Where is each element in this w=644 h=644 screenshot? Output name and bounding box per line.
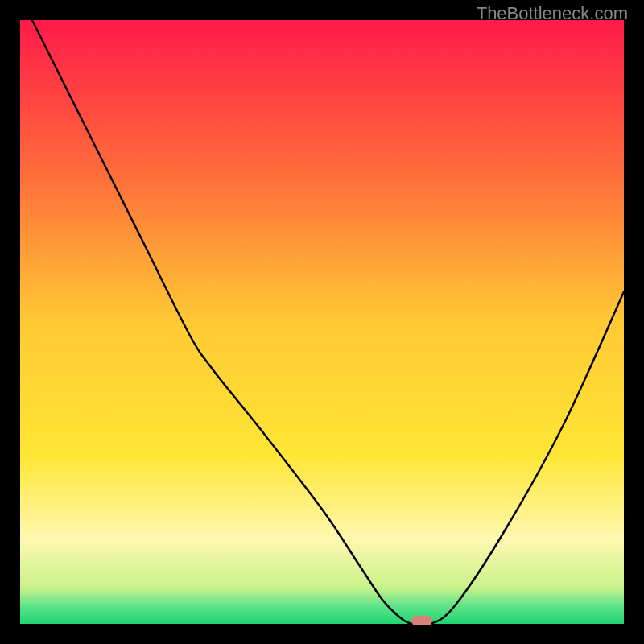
bottleneck-curve	[20, 20, 624, 624]
watermark-text: TheBottleneck.com	[477, 3, 628, 24]
bottleneck-marker	[411, 616, 432, 625]
plot-area	[20, 20, 624, 624]
chart-frame: TheBottleneck.com	[0, 0, 644, 644]
